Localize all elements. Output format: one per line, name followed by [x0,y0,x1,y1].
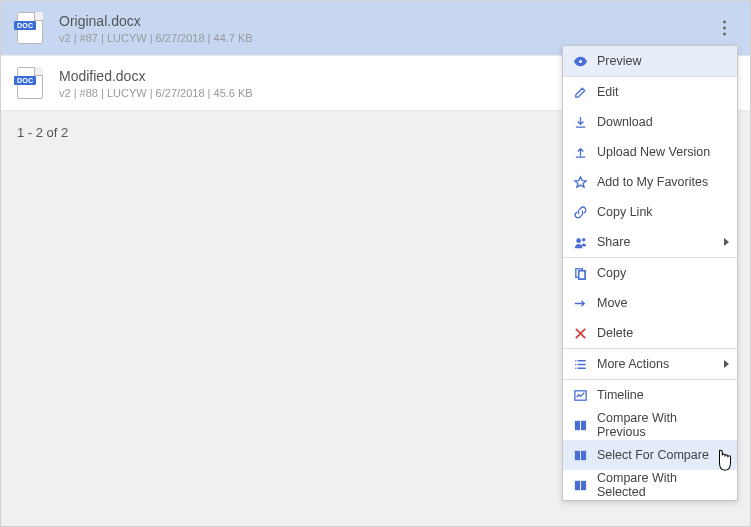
menu-compare-previous[interactable]: Compare With Previous [563,410,737,440]
copy-icon [573,266,588,281]
svg-rect-12 [581,480,586,489]
menu-delete[interactable]: Delete [563,318,737,348]
app-window: DOC Original.docx v2 | #87 | LUCYW | 6/2… [0,0,751,527]
menu-label: Preview [597,54,641,68]
svg-point-0 [578,59,582,63]
kebab-menu-button[interactable] [717,15,732,42]
svg-point-2 [582,238,585,241]
menu-edit[interactable]: Edit [563,77,737,107]
svg-rect-4 [579,270,586,278]
context-menu: Preview Edit Download Upload New Version… [562,45,738,501]
menu-label: More Actions [597,357,669,371]
menu-share[interactable]: Share [563,227,737,257]
download-icon [573,115,588,130]
menu-label: Timeline [597,388,644,402]
upload-icon [573,145,588,160]
share-icon [573,235,588,250]
menu-more-actions[interactable]: More Actions [563,349,737,379]
menu-upload[interactable]: Upload New Version [563,137,737,167]
svg-rect-6 [575,390,586,399]
compare-icon [573,478,588,493]
menu-copylink[interactable]: Copy Link [563,197,737,227]
file-meta: Original.docx v2 | #87 | LUCYW | 6/27/20… [59,13,253,44]
list-icon [573,357,588,372]
compare-icon [573,448,588,463]
arrow-right-icon [573,296,588,311]
eye-icon [573,54,588,69]
x-icon [573,326,588,341]
doc-file-icon: DOC [17,12,43,44]
pencil-icon [573,85,588,100]
menu-label: Upload New Version [597,145,710,159]
menu-label: Compare With Selected [597,471,727,499]
svg-rect-7 [575,420,580,429]
timeline-icon [573,388,588,403]
menu-copy[interactable]: Copy [563,258,737,288]
menu-favorites[interactable]: Add to My Favorites [563,167,737,197]
chevron-right-icon [724,360,729,368]
star-icon [573,175,588,190]
menu-preview[interactable]: Preview [563,46,737,76]
file-name: Modified.docx [59,68,253,84]
menu-label: Copy Link [597,205,653,219]
menu-select-for-compare[interactable]: Select For Compare [563,440,737,470]
compare-icon [573,418,588,433]
menu-label: Share [597,235,630,249]
menu-label: Delete [597,326,633,340]
menu-label: Move [597,296,628,310]
file-subtext: v2 | #88 | LUCYW | 6/27/2018 | 45.6 KB [59,87,253,99]
svg-rect-8 [581,420,586,429]
menu-compare-selected[interactable]: Compare With Selected [563,470,737,500]
menu-label: Edit [597,85,619,99]
menu-move[interactable]: Move [563,288,737,318]
chevron-right-icon [724,238,729,246]
file-subtext: v2 | #87 | LUCYW | 6/27/2018 | 44.7 KB [59,32,253,44]
menu-download[interactable]: Download [563,107,737,137]
menu-label: Compare With Previous [597,411,727,439]
menu-label: Select For Compare [597,448,709,462]
svg-rect-9 [575,450,580,459]
menu-label: Add to My Favorites [597,175,708,189]
file-name: Original.docx [59,13,253,29]
link-icon [573,205,588,220]
menu-label: Download [597,115,653,129]
svg-point-1 [576,238,581,243]
menu-label: Copy [597,266,626,280]
cursor-pointer-icon [714,449,736,473]
svg-rect-10 [581,450,586,459]
doc-file-icon: DOC [17,67,43,99]
menu-timeline[interactable]: Timeline [563,380,737,410]
file-meta: Modified.docx v2 | #88 | LUCYW | 6/27/20… [59,68,253,99]
svg-rect-11 [575,480,580,489]
